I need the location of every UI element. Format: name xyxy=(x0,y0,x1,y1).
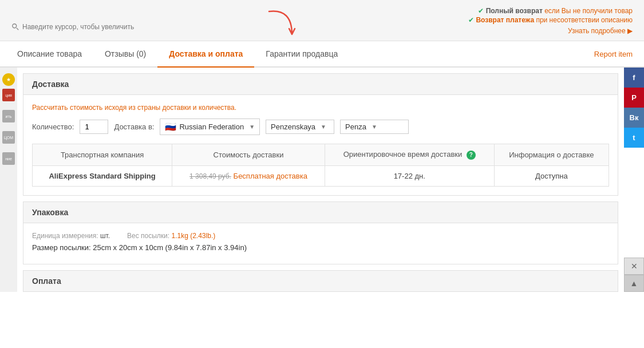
scroll-close-button[interactable]: ✕ xyxy=(624,258,644,275)
delivery-info: Доступна xyxy=(494,165,609,186)
sidebar-group1: ция xyxy=(2,89,15,101)
time-info-icon[interactable]: ? xyxy=(467,151,476,160)
scroll-controls: ✕ ▲ xyxy=(624,258,644,292)
delivery-content: Рассчитать стоимость исходя из страны до… xyxy=(23,95,618,196)
twitter-button[interactable]: t xyxy=(624,128,644,148)
weight-line: Вес посылки: 1.1kg (2.43lb.) xyxy=(127,232,215,240)
delivery-time: 17-22 дн. xyxy=(325,165,494,186)
sidebar-icon-4: ние xyxy=(2,152,15,165)
qty-row: Количество: Доставка в: 🇷🇺 Russian Feder… xyxy=(32,118,609,135)
table-row: AliExpress Standard Shipping 1 308,49 ру… xyxy=(33,165,609,186)
vk-button[interactable]: Вк xyxy=(624,108,644,128)
tab-description[interactable]: Описание товара xyxy=(6,41,93,68)
unit-label: Единица измерения: xyxy=(32,232,98,240)
delivery-cost: 1 308,49 руб. Бесплатная доставка xyxy=(172,165,325,186)
city-selector[interactable]: Penza ▼ xyxy=(340,120,409,134)
tab-guarantees[interactable]: Гарантии продавца xyxy=(254,41,349,68)
city-chevron: ▼ xyxy=(372,124,377,130)
left-sidebar: ★ ция ить ЦОМ ние xyxy=(0,68,17,292)
russia-flag: 🇷🇺 xyxy=(165,121,176,132)
delivery-calc-text: Рассчитать стоимость исходя из страны до… xyxy=(32,104,609,112)
delivery-to-label: Доставка в: xyxy=(114,122,154,131)
unit-line: Единица измерения: шт. xyxy=(32,232,110,240)
protection-item1: Полный возврат если Вы не получили товар xyxy=(468,7,633,15)
learn-more-link[interactable]: Узнать подробнее xyxy=(468,27,633,35)
pinterest-button[interactable]: P xyxy=(624,88,644,108)
facebook-button[interactable]: f xyxy=(624,68,644,88)
region-name: Penzenskaya xyxy=(271,122,315,131)
social-bar: f P Вк t xyxy=(624,68,644,148)
main-content: ★ ция ить ЦОМ ние Доставка Рассчитать ст… xyxy=(0,68,644,292)
country-chevron: ▼ xyxy=(249,124,255,130)
size-line: Размер посылки: 25cm x 20cm x 10cm (9.84… xyxy=(32,243,609,252)
weight-value: 1.1kg (2.43lb.) xyxy=(172,232,216,240)
payment-section: Оплата xyxy=(23,270,618,292)
tab-shipping[interactable]: Доставка и оплата xyxy=(157,41,254,68)
right-panel: f P Вк t ✕ ▲ xyxy=(624,68,644,292)
country-selector[interactable]: 🇷🇺 Russian Federation ▼ xyxy=(160,118,260,135)
city-name: Penza xyxy=(345,122,366,131)
svg-line-1 xyxy=(17,28,19,30)
payment-header: Оплата xyxy=(23,270,618,292)
delivery-section: Доставка Рассчитать стоимость исходя из … xyxy=(23,73,618,196)
report-item-link[interactable]: Report item xyxy=(588,42,638,66)
sidebar-group3: ЦОМ xyxy=(2,131,15,144)
qty-input[interactable] xyxy=(80,120,108,134)
tabs-row: Описание товара Отзывы (0) Доставка и оп… xyxy=(0,41,644,68)
country-name: Russian Federation xyxy=(179,122,244,131)
packaging-content: Единица измерения: шт. Вес посылки: 1.1k… xyxy=(23,223,618,264)
content-area: Доставка Рассчитать стоимость исходя из … xyxy=(17,68,624,292)
sidebar-icon-2: ить xyxy=(2,110,15,122)
qty-label: Количество: xyxy=(32,122,74,131)
scroll-up-button[interactable]: ▲ xyxy=(624,275,644,292)
region-selector[interactable]: Penzenskaya ▼ xyxy=(266,120,334,134)
price-free: Бесплатная доставка xyxy=(234,172,307,180)
top-area: Наведите курсор, чтобы увеличить Полный … xyxy=(0,0,644,41)
zoom-hint: Наведите курсор, чтобы увеличить xyxy=(11,6,134,31)
col-info: Информация о доставке xyxy=(494,144,609,166)
sidebar-group2: ить xyxy=(2,110,15,122)
weight-label: Вес посылки: xyxy=(127,232,169,240)
delivery-header: Доставка xyxy=(23,73,618,95)
svg-point-0 xyxy=(13,24,17,28)
protection-item2: Возврат платежа при несоответствии описа… xyxy=(468,16,633,24)
sidebar-group4: ние xyxy=(2,152,15,165)
sidebar-icon-3: ЦОМ xyxy=(2,131,15,144)
tab-reviews[interactable]: Отзывы (0) xyxy=(93,41,157,68)
packaging-top-row: Единица измерения: шт. Вес посылки: 1.1k… xyxy=(32,232,609,243)
col-company: Транспортная компания xyxy=(33,144,172,166)
buyer-protection: Полный возврат если Вы не получили товар… xyxy=(468,6,633,35)
price-old: 1 308,49 руб. xyxy=(189,172,231,180)
unit-value: шт. xyxy=(100,232,110,240)
packaging-header: Упаковка xyxy=(23,201,618,223)
size-label: Размер посылки: xyxy=(32,243,91,252)
company-name: AliExpress Standard Shipping xyxy=(33,165,172,186)
shipping-table: Транспортная компания Стоимость доставки… xyxy=(32,144,609,187)
col-cost: Стоимость доставки xyxy=(172,144,325,166)
star-icon[interactable]: ★ xyxy=(2,73,15,86)
region-chevron: ▼ xyxy=(321,124,326,130)
sidebar-icon-1: ция xyxy=(2,89,15,101)
col-time: Ориентировочное время доставки ? xyxy=(325,144,494,166)
size-value: 25cm x 20cm x 10cm (9.84in x 7.87in x 3.… xyxy=(93,243,247,252)
packaging-section: Упаковка Единица измерения: шт. Вес посы… xyxy=(23,201,618,264)
